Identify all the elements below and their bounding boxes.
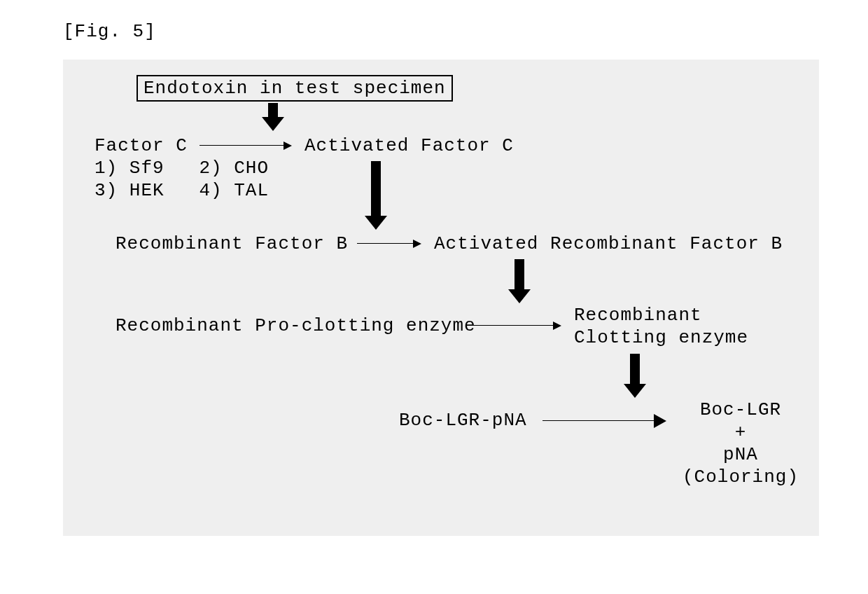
product-line4: (Coloring) — [678, 467, 804, 488]
recombinant-pro-clotting-label: Recombinant Pro-clotting enzyme — [115, 315, 476, 336]
product-line3: pNA — [678, 444, 804, 465]
endotoxin-box: Endotoxin in test specimen — [136, 75, 453, 102]
factor-c-sources-1: 1) Sf9 2) CHO — [94, 158, 269, 179]
arrow-clotting-to-substrate — [630, 354, 640, 385]
activated-recombinant-factor-b-label: Activated Recombinant Factor B — [434, 233, 783, 254]
factor-c-label: Factor C — [94, 135, 188, 156]
recombinant-factor-b-label: Recombinant Factor B — [115, 233, 348, 254]
substrate-label: Boc-LGR-pNA — [399, 410, 527, 431]
arrow-proclotting-to-clotting — [472, 325, 560, 326]
arrow-factorc-to-activated-factorc — [200, 145, 290, 146]
arrow-activated-factorc-to-factorb — [371, 161, 381, 217]
product-line1: Boc-LGR — [678, 399, 804, 420]
diagram-panel: Endotoxin in test specimen Factor C 1) S… — [63, 60, 819, 536]
recombinant-clotting-l1: Recombinant — [574, 305, 702, 326]
figure-caption: [Fig. 5] — [63, 21, 156, 42]
product-line2: + — [678, 422, 804, 443]
activated-factor-c-label: Activated Factor C — [304, 135, 514, 156]
page: [Fig. 5] Endotoxin in test specimen Fact… — [0, 0, 868, 594]
recombinant-clotting-l2: Clotting enzyme — [574, 327, 748, 348]
arrow-factorb-to-activated-factorb — [357, 243, 420, 244]
arrow-endotoxin-to-factor-c — [268, 103, 278, 118]
arrow-substrate-to-products — [542, 420, 665, 421]
factor-c-sources-2: 3) HEK 4) TAL — [94, 180, 269, 201]
arrow-activated-factorb-to-proclotting — [514, 259, 524, 291]
